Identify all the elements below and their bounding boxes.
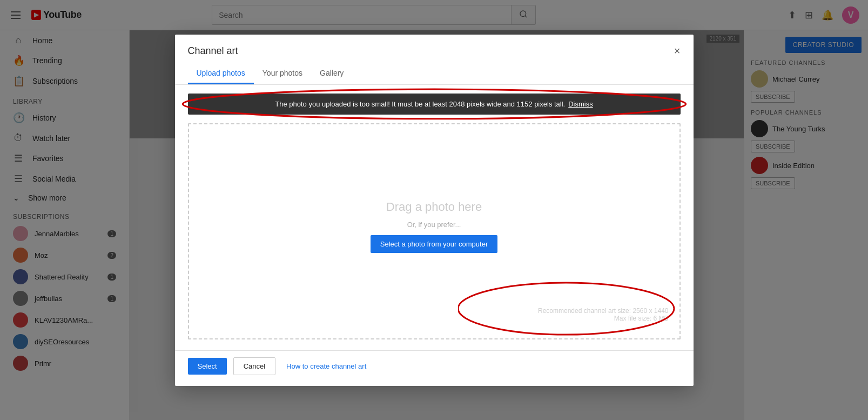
modal-tabs: Upload photos Your photos Gallery: [175, 63, 694, 85]
modal-close-button[interactable]: ×: [674, 45, 681, 56]
drop-zone[interactable]: Drag a photo here Or, if you prefer... S…: [188, 123, 681, 339]
tab-your-photos[interactable]: Your photos: [254, 63, 311, 84]
modal-select-button[interactable]: Select: [188, 358, 227, 375]
modal-cancel-button[interactable]: Cancel: [233, 357, 275, 375]
recommended-size-text: Recommended channel art size: 2560 x 144…: [200, 307, 669, 315]
how-to-link[interactable]: How to create channel art: [286, 362, 366, 370]
drag-text: Drag a photo here: [386, 200, 482, 214]
or-text: Or, if you prefer...: [407, 221, 461, 229]
modal-body: The photo you uploaded is too small! It …: [175, 85, 694, 350]
error-message: The photo you uploaded is too small! It …: [275, 100, 565, 108]
modal-header: Channel art ×: [175, 35, 694, 57]
modal-overlay: Channel art × Upload photos Your photos …: [0, 0, 868, 420]
dismiss-link[interactable]: Dismiss: [568, 100, 593, 108]
modal-footer: Select Cancel How to create channel art: [175, 350, 694, 386]
drop-zone-footer: Recommended channel art size: 2560 x 144…: [200, 307, 669, 322]
max-file-size-text: Max file size: 6 MB: [200, 315, 669, 322]
tab-gallery[interactable]: Gallery: [311, 63, 352, 84]
select-from-computer-button[interactable]: Select a photo from your computer: [371, 235, 497, 253]
drop-zone-main: Drag a photo here Or, if you prefer... S…: [371, 146, 497, 307]
tab-upload-photos[interactable]: Upload photos: [188, 63, 254, 84]
error-container: The photo you uploaded is too small! It …: [188, 94, 681, 115]
drop-zone-footer-area: Recommended channel art size: 2560 x 144…: [200, 307, 669, 322]
channel-art-modal: Channel art × Upload photos Your photos …: [175, 35, 694, 386]
modal-title: Channel art: [188, 45, 238, 57]
error-bar: The photo you uploaded is too small! It …: [188, 94, 681, 115]
